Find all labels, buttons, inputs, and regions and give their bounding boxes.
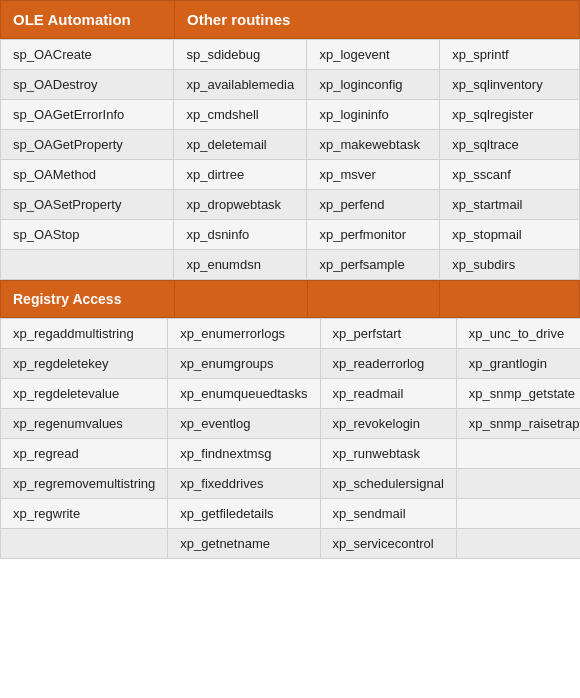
registry-row-3: xp_regenumvaluesxp_eventlogxp_revokelogi…	[1, 409, 581, 439]
ole-cell-4-0: sp_OAMethod	[1, 160, 174, 190]
registry-cell-7-2: xp_servicecontrol	[320, 529, 456, 559]
ole-cell-3-0: sp_OAGetProperty	[1, 130, 174, 160]
registry-table: xp_regaddmultistringxp_enumerrorlogsxp_p…	[0, 318, 580, 559]
ole-cell-7-0	[1, 250, 174, 280]
ole-cell-0-1: sp_sdidebug	[174, 40, 307, 70]
header-ole-automation: OLE Automation	[1, 1, 175, 39]
header-other-routines: Other routines	[175, 1, 580, 39]
registry-cell-0-2: xp_perfstart	[320, 319, 456, 349]
ole-cell-5-1: xp_dropwebtask	[174, 190, 307, 220]
registry-cell-2-2: xp_readmail	[320, 379, 456, 409]
ole-row-0: sp_OACreatesp_sdidebugxp_logeventxp_spri…	[1, 40, 580, 70]
main-table: OLE Automation Other routines	[0, 0, 580, 39]
ole-cell-6-1: xp_dsninfo	[174, 220, 307, 250]
registry-section-header-table: Registry Access	[0, 280, 580, 318]
registry-cell-3-3: xp_snmp_raisetrap	[456, 409, 580, 439]
registry-cell-6-1: xp_getfiledetails	[168, 499, 320, 529]
ole-table: sp_OACreatesp_sdidebugxp_logeventxp_spri…	[0, 39, 580, 280]
registry-cell-4-0: xp_regread	[1, 439, 168, 469]
ole-cell-5-2: xp_perfend	[307, 190, 440, 220]
registry-row-4: xp_regreadxp_findnextmsgxp_runwebtask	[1, 439, 581, 469]
ole-cell-6-0: sp_OAStop	[1, 220, 174, 250]
registry-cell-2-0: xp_regdeletevalue	[1, 379, 168, 409]
registry-row-0: xp_regaddmultistringxp_enumerrorlogsxp_p…	[1, 319, 581, 349]
ole-cell-4-3: xp_sscanf	[440, 160, 580, 190]
ole-cell-5-0: sp_OASetProperty	[1, 190, 174, 220]
registry-row-5: xp_regremovemultistringxp_fixeddrivesxp_…	[1, 469, 581, 499]
ole-row-6: sp_OAStopxp_dsninfoxp_perfmonitorxp_stop…	[1, 220, 580, 250]
ole-cell-1-1: xp_availablemedia	[174, 70, 307, 100]
registry-cell-1-3: xp_grantlogin	[456, 349, 580, 379]
ole-cell-2-3: xp_sqlregister	[440, 100, 580, 130]
registry-cell-5-2: xp_schedulersignal	[320, 469, 456, 499]
ole-cell-5-3: xp_startmail	[440, 190, 580, 220]
registry-row-2: xp_regdeletevaluexp_enumqueuedtasksxp_re…	[1, 379, 581, 409]
registry-row-7: xp_getnetnamexp_servicecontrol	[1, 529, 581, 559]
ole-row-5: sp_OASetPropertyxp_dropwebtaskxp_perfend…	[1, 190, 580, 220]
registry-cell-6-0: xp_regwrite	[1, 499, 168, 529]
registry-cell-7-1: xp_getnetname	[168, 529, 320, 559]
registry-cell-3-1: xp_eventlog	[168, 409, 320, 439]
registry-header-col2	[174, 281, 307, 318]
registry-cell-0-0: xp_regaddmultistring	[1, 319, 168, 349]
ole-cell-4-2: xp_msver	[307, 160, 440, 190]
ole-cell-7-2: xp_perfsample	[307, 250, 440, 280]
header-row: OLE Automation Other routines	[1, 1, 580, 39]
registry-cell-1-2: xp_readerrorlog	[320, 349, 456, 379]
registry-cell-6-2: xp_sendmail	[320, 499, 456, 529]
ole-cell-6-2: xp_perfmonitor	[307, 220, 440, 250]
ole-cell-6-3: xp_stopmail	[440, 220, 580, 250]
ole-row-4: sp_OAMethodxp_dirtreexp_msverxp_sscanf	[1, 160, 580, 190]
ole-row-1: sp_OADestroyxp_availablemediaxp_logincon…	[1, 70, 580, 100]
registry-cell-5-1: xp_fixeddrives	[168, 469, 320, 499]
registry-row-1: xp_regdeletekeyxp_enumgroupsxp_readerror…	[1, 349, 581, 379]
registry-cell-1-1: xp_enumgroups	[168, 349, 320, 379]
registry-cell-6-3	[456, 499, 580, 529]
registry-cell-5-0: xp_regremovemultistring	[1, 469, 168, 499]
registry-row-6: xp_regwritexp_getfiledetailsxp_sendmail	[1, 499, 581, 529]
ole-row-7: xp_enumdsnxp_perfsamplexp_subdirs	[1, 250, 580, 280]
registry-header-col3	[307, 281, 440, 318]
registry-cell-0-1: xp_enumerrorlogs	[168, 319, 320, 349]
ole-cell-0-0: sp_OACreate	[1, 40, 174, 70]
registry-header-row: Registry Access	[1, 281, 580, 318]
registry-cell-2-1: xp_enumqueuedtasks	[168, 379, 320, 409]
registry-cell-7-3	[456, 529, 580, 559]
ole-cell-3-3: xp_sqltrace	[440, 130, 580, 160]
registry-cell-3-2: xp_revokelogin	[320, 409, 456, 439]
ole-cell-3-1: xp_deletemail	[174, 130, 307, 160]
ole-cell-2-2: xp_logininfo	[307, 100, 440, 130]
ole-cell-0-3: xp_sprintf	[440, 40, 580, 70]
ole-row-2: sp_OAGetErrorInfoxp_cmdshellxp_logininfo…	[1, 100, 580, 130]
registry-cell-3-0: xp_regenumvalues	[1, 409, 168, 439]
ole-cell-1-2: xp_loginconfig	[307, 70, 440, 100]
ole-row-3: sp_OAGetPropertyxp_deletemailxp_makewebt…	[1, 130, 580, 160]
ole-cell-0-2: xp_logevent	[307, 40, 440, 70]
ole-cell-2-1: xp_cmdshell	[174, 100, 307, 130]
registry-cell-5-3	[456, 469, 580, 499]
registry-cell-2-3: xp_snmp_getstate	[456, 379, 580, 409]
ole-cell-3-2: xp_makewebtask	[307, 130, 440, 160]
registry-cell-4-1: xp_findnextmsg	[168, 439, 320, 469]
ole-cell-7-3: xp_subdirs	[440, 250, 580, 280]
ole-cell-1-0: sp_OADestroy	[1, 70, 174, 100]
registry-cell-4-3	[456, 439, 580, 469]
registry-cell-4-2: xp_runwebtask	[320, 439, 456, 469]
ole-cell-4-1: xp_dirtree	[174, 160, 307, 190]
registry-cell-0-3: xp_unc_to_drive	[456, 319, 580, 349]
registry-header-col4	[440, 281, 580, 318]
registry-cell-7-0	[1, 529, 168, 559]
ole-cell-7-1: xp_enumdsn	[174, 250, 307, 280]
ole-cell-2-0: sp_OAGetErrorInfo	[1, 100, 174, 130]
registry-header: Registry Access	[1, 281, 175, 318]
registry-cell-1-0: xp_regdeletekey	[1, 349, 168, 379]
ole-cell-1-3: xp_sqlinventory	[440, 70, 580, 100]
